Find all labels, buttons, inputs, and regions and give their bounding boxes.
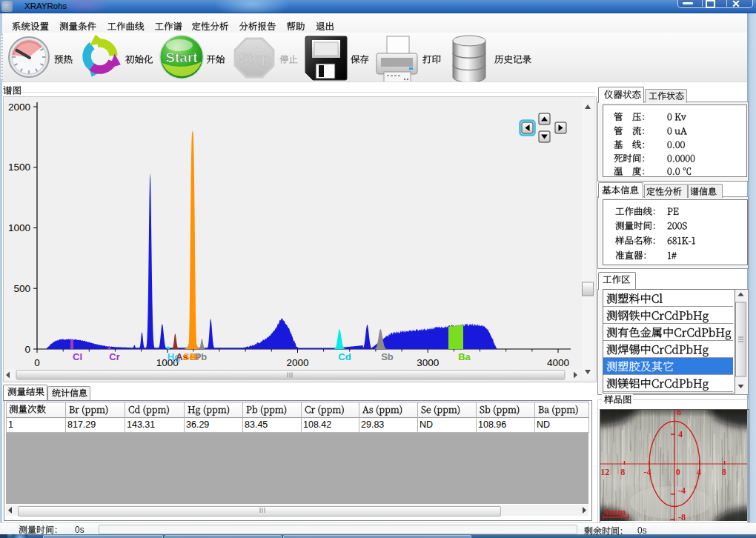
svg-text:3000: 3000 bbox=[417, 357, 439, 368]
svg-text:8: 8 bbox=[722, 467, 726, 477]
svg-text:0: 0 bbox=[24, 344, 30, 355]
svg-text:8: 8 bbox=[620, 467, 625, 477]
svg-text:Sb: Sb bbox=[381, 351, 394, 362]
svg-text:0: 0 bbox=[676, 467, 680, 477]
svg-text:Stop: Stop bbox=[239, 50, 270, 66]
svg-text:Cd: Cd bbox=[338, 351, 351, 362]
svg-text:1500: 1500 bbox=[8, 162, 30, 173]
svg-text:Start: Start bbox=[165, 50, 198, 65]
svg-text:0: 0 bbox=[34, 357, 40, 368]
svg-text:4: 4 bbox=[678, 429, 683, 439]
svg-text:-4: -4 bbox=[678, 485, 686, 496]
svg-text:-4: -4 bbox=[644, 467, 651, 477]
svg-text:2000: 2000 bbox=[286, 357, 308, 368]
svg-text:4: 4 bbox=[697, 467, 701, 477]
svg-text:Pb: Pb bbox=[195, 351, 208, 362]
svg-text:Cl: Cl bbox=[73, 351, 82, 362]
svg-text:4mm: 4mm bbox=[604, 506, 626, 517]
svg-text:4000: 4000 bbox=[547, 357, 569, 368]
svg-text:8: 8 bbox=[677, 410, 681, 417]
svg-text:Cr: Cr bbox=[109, 351, 119, 362]
svg-text:12: 12 bbox=[600, 467, 609, 477]
svg-text:500: 500 bbox=[13, 283, 30, 294]
svg-text:1000: 1000 bbox=[8, 222, 30, 233]
svg-text:2000: 2000 bbox=[8, 102, 30, 113]
svg-text:Ba: Ba bbox=[458, 351, 471, 362]
svg-text:-8: -8 bbox=[678, 512, 686, 521]
